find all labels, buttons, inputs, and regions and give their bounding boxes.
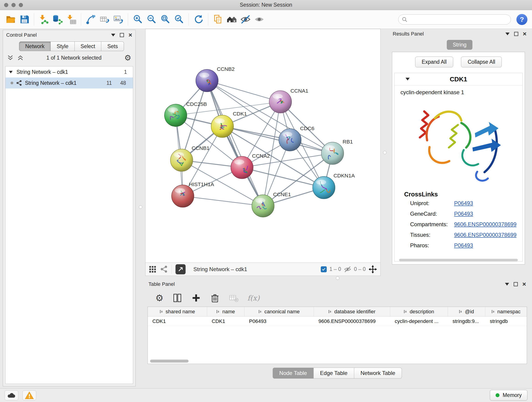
gear-icon[interactable]: ⚙ [124, 54, 131, 62]
open-session-button[interactable] [4, 12, 17, 27]
crosslink-link[interactable]: P06493 [454, 211, 473, 217]
column-header-shared-name[interactable]: shared name [148, 307, 207, 316]
close-panel-icon[interactable]: × [128, 32, 132, 38]
collapse-all-button[interactable]: Collapse All [461, 57, 502, 67]
table-horizontal-scrollbar[interactable] [150, 360, 189, 363]
node-CCNA1[interactable] [269, 90, 292, 113]
copy-document-button[interactable] [211, 12, 225, 27]
home-button[interactable] [225, 12, 239, 27]
zoom-in-button[interactable] [131, 12, 145, 27]
maximize-panel-icon[interactable] [514, 282, 518, 286]
node-label-CDC6: CDC6 [300, 125, 314, 131]
edge-CCNB2-CCNE1[interactable] [207, 81, 263, 206]
string-tab[interactable]: String [447, 40, 472, 50]
search-box[interactable] [398, 14, 511, 25]
column-header-namespac[interactable]: namespac [485, 307, 527, 316]
zoom-out-button[interactable] [145, 12, 158, 27]
zoom-fit-button[interactable] [158, 12, 172, 27]
network-graph[interactable]: CCNB2CCNA1CDC25BCDK1CDC6RB1CCNB1CCNA2CDK… [146, 29, 380, 262]
import-network-database-button[interactable] [51, 12, 64, 27]
expand-all-button[interactable]: Expand All [415, 57, 453, 67]
close-window-button[interactable] [4, 3, 8, 7]
section-collapse-icon[interactable] [405, 78, 410, 83]
refresh-button[interactable] [191, 12, 205, 27]
grid-view-icon[interactable] [149, 265, 157, 273]
float-panel-icon[interactable] [505, 283, 509, 288]
node-HIST1H1A[interactable] [172, 185, 194, 207]
crosslink-link[interactable]: P06493 [454, 200, 473, 206]
node-CCNA2[interactable] [231, 156, 253, 179]
float-panel-icon[interactable] [505, 32, 510, 37]
zoom-window-button[interactable] [19, 3, 23, 7]
maximize-panel-icon[interactable] [120, 33, 124, 37]
pan-crosshair-icon[interactable] [368, 265, 377, 274]
zoom-selected-button[interactable] [172, 12, 186, 27]
tab-sets[interactable]: Sets [101, 41, 124, 51]
bottom-splitter-handle[interactable] [336, 276, 339, 280]
maximize-panel-icon[interactable] [514, 32, 518, 36]
column-header-canonical-name[interactable]: canonical name [244, 307, 314, 316]
cloud-button[interactable] [5, 390, 18, 400]
export-image-button[interactable] [111, 12, 125, 27]
network-canvas[interactable]: CCNB2CCNA1CDC25BCDK1CDC6RB1CCNB1CCNA2CDK… [146, 29, 380, 262]
minimize-window-button[interactable] [12, 3, 16, 7]
results-scrollbar[interactable] [399, 259, 518, 261]
birdseye-view-button[interactable] [176, 264, 186, 274]
tab-network[interactable]: Network [19, 41, 51, 51]
tab-network-table[interactable]: Network Table [354, 368, 402, 379]
node-CCNB1[interactable] [171, 149, 193, 172]
crosslink-link[interactable]: P06493 [454, 242, 473, 249]
delete-icon[interactable] [210, 293, 220, 303]
tab-select[interactable]: Select [75, 41, 101, 51]
hidden-eye-icon[interactable] [344, 266, 351, 273]
column-header--id[interactable]: @id [448, 307, 485, 316]
tree-row-collection[interactable]: String Network – cdk1 1 [6, 66, 133, 77]
tab-style[interactable]: Style [51, 41, 75, 51]
hide-selected-button[interactable] [239, 12, 252, 27]
node-CDK1[interactable] [211, 115, 234, 138]
show-all-button[interactable] [252, 12, 266, 27]
function-builder-icon[interactable]: f(x) [247, 294, 260, 302]
collapse-all-chevron-icon[interactable] [17, 55, 24, 61]
close-panel-icon[interactable]: × [522, 281, 526, 287]
close-panel-icon[interactable]: × [523, 31, 526, 37]
add-icon[interactable] [191, 293, 201, 303]
share-view-icon[interactable] [160, 265, 168, 273]
right-splitter-handle[interactable] [383, 151, 386, 154]
edge-CCNB2-CCNA1[interactable] [207, 81, 280, 102]
tab-edge-table[interactable]: Edge Table [314, 368, 354, 379]
network-arrows-button[interactable] [84, 12, 98, 27]
table-row[interactable]: CDK1CDK1P064939606.ENSP00000378699cyclin… [148, 317, 527, 326]
export-table-button[interactable] [98, 12, 111, 27]
float-panel-icon[interactable] [111, 34, 115, 38]
memory-button[interactable]: Memory [490, 390, 527, 401]
import-network-file-button[interactable] [37, 12, 51, 27]
node-RB1[interactable] [322, 142, 344, 165]
crosslink-link[interactable]: 9606.ENSP00000378699 [454, 221, 516, 228]
search-input[interactable] [410, 17, 507, 22]
selected-checkbox-icon[interactable] [321, 266, 327, 272]
column-header-name[interactable]: name [207, 307, 244, 316]
collapse-triangle-icon[interactable] [9, 71, 13, 75]
protein-section-header[interactable]: CDK1 [394, 73, 522, 85]
node-CCNE1[interactable] [252, 195, 274, 217]
crosslink-link[interactable]: 9606.ENSP00000378699 [454, 232, 516, 238]
column-header-description[interactable]: description [390, 307, 448, 316]
edge-CDK1-RB1[interactable] [222, 126, 332, 153]
save-session-button[interactable] [17, 12, 31, 27]
tree-row-network[interactable]: String Network – cdk1 11 48 [6, 77, 133, 89]
table-gear-icon[interactable]: ⚙ [155, 293, 164, 303]
node-CDC6[interactable] [279, 128, 301, 151]
left-splitter-handle[interactable] [139, 205, 142, 209]
import-table-button[interactable] [64, 12, 78, 27]
node-CDC25B[interactable] [165, 104, 187, 127]
node-CDKN1A[interactable] [313, 177, 335, 199]
node-CCNB2[interactable] [196, 70, 218, 92]
warning-button[interactable] [22, 390, 36, 400]
expand-all-chevron-icon[interactable] [7, 55, 13, 61]
edge-CCNE1-HIST1H1A[interactable] [183, 196, 263, 206]
column-header-database-identifier[interactable]: database identifier [314, 307, 390, 316]
columns-icon[interactable] [172, 293, 182, 303]
tab-node-table[interactable]: Node Table [273, 368, 314, 379]
help-button[interactable]: ? [516, 14, 527, 25]
